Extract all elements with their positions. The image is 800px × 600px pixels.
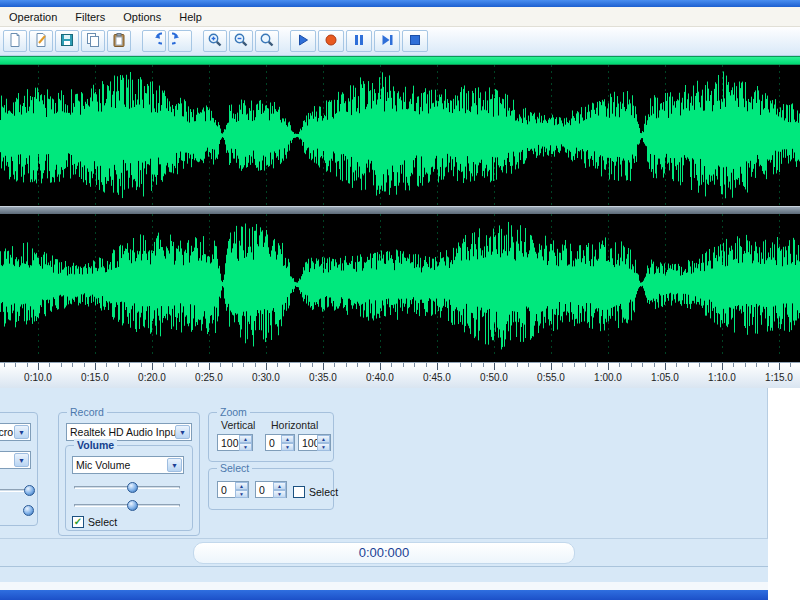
toolbar-separator (281, 30, 288, 52)
zoom-vertical-spinner[interactable]: 100 (217, 434, 253, 451)
record-button[interactable] (318, 30, 344, 52)
menu-options[interactable]: Options (122, 9, 162, 25)
playback-volume-slider[interactable] (0, 489, 27, 492)
playback-device-dropdown[interactable]: e Micro (0, 423, 31, 441)
paste-button[interactable] (107, 30, 131, 52)
ruler-tick (266, 363, 267, 370)
spin-down-button[interactable] (273, 490, 286, 498)
pause-button[interactable] (346, 30, 372, 52)
play-button[interactable] (290, 30, 316, 52)
record-volume-slider[interactable] (74, 486, 180, 489)
channel-divider (0, 206, 800, 214)
record-balance-slider[interactable] (74, 504, 180, 507)
ruler-tick (220, 363, 221, 367)
copy-button[interactable] (81, 30, 105, 52)
spin-down-button[interactable] (239, 443, 252, 451)
menu-filters[interactable]: Filters (74, 9, 106, 25)
window-footer-row (0, 582, 768, 590)
ruler-tick (95, 363, 96, 370)
spin-down-button[interactable] (281, 443, 294, 451)
ruler-tick (437, 363, 438, 370)
edit-page-icon (33, 32, 49, 51)
select-checkbox-row: Select (293, 482, 338, 500)
edit-button[interactable] (29, 30, 53, 52)
ruler-tick (790, 363, 791, 367)
waveform-left-channel[interactable] (0, 65, 800, 206)
window-bottom-border (0, 590, 768, 600)
slider-handle[interactable] (127, 482, 138, 493)
spin-up-button[interactable] (235, 482, 248, 490)
timeline-label: 1:10.0 (708, 372, 736, 383)
ruler-tick (779, 363, 780, 370)
ruler-tick (391, 363, 392, 367)
timeline-label: 0:40.0 (366, 372, 394, 383)
timeline-label: 0:55.0 (537, 372, 565, 383)
ruler-tick (540, 363, 541, 367)
ruler-tick (255, 363, 256, 367)
ruler-tick (505, 363, 506, 367)
play-to-end-button[interactable] (374, 30, 400, 52)
select-checkbox[interactable] (293, 486, 305, 498)
ruler-tick (38, 363, 39, 370)
ruler-tick (460, 363, 461, 367)
dropdown-arrow-icon[interactable] (14, 425, 29, 439)
ruler-tick (118, 363, 119, 367)
slider-handle[interactable] (127, 500, 138, 511)
dropdown-arrow-icon[interactable] (14, 453, 29, 467)
spin-up-button[interactable] (239, 435, 252, 443)
ruler-tick (175, 363, 176, 367)
zoom-group: Zoom Vertical Horizontal 100 0 100 (208, 412, 334, 462)
zoom-full-button[interactable] (255, 30, 279, 52)
slider-handle[interactable] (24, 485, 35, 496)
ruler-tick (163, 363, 164, 367)
record-select-checkbox[interactable] (72, 516, 84, 528)
spin-down-button[interactable] (317, 443, 330, 451)
stop-button[interactable] (402, 30, 428, 52)
position-overview-bar[interactable] (0, 56, 800, 65)
menu-help[interactable]: Help (178, 9, 203, 25)
status-strip-2 (0, 566, 768, 582)
ruler-tick (619, 363, 620, 367)
zoom-out-button[interactable] (229, 30, 253, 52)
menu-operation[interactable]: Operation (8, 9, 58, 25)
timeline-label: 1:00.0 (594, 372, 622, 383)
playback-source-dropdown[interactable] (0, 451, 31, 469)
ruler-tick (551, 363, 552, 370)
zoom-horizontal-spinner-2[interactable]: 100 (298, 434, 331, 451)
undo-button[interactable] (142, 30, 166, 52)
zoom-horizontal-spinner-1[interactable]: 0 (265, 434, 295, 451)
ruler-tick (654, 363, 655, 367)
timeline-ruler[interactable]: 0:10.00:15.00:20.00:25.00:30.00:35.00:40… (0, 362, 800, 388)
zoom-in-icon (207, 32, 223, 51)
waveform-bottom-strip (0, 355, 800, 362)
spin-up-button[interactable] (273, 482, 286, 490)
ruler-tick (141, 363, 142, 367)
select-end-spinner[interactable]: 0 (255, 481, 287, 498)
ruler-tick (494, 363, 495, 370)
save-button[interactable] (55, 30, 79, 52)
spin-up-button[interactable] (281, 435, 294, 443)
stop-icon (407, 32, 423, 51)
ruler-tick (483, 363, 484, 367)
select-start-spinner[interactable]: 0 (217, 481, 249, 498)
ruler-tick (334, 363, 335, 367)
volume-source-value: Mic Volume (76, 459, 130, 471)
slider-handle[interactable] (23, 505, 34, 516)
volume-source-dropdown[interactable]: Mic Volume (72, 456, 184, 474)
dropdown-arrow-icon[interactable] (175, 425, 190, 439)
ruler-tick (49, 363, 50, 367)
zoom-in-button[interactable] (203, 30, 227, 52)
waveform-right-channel[interactable] (0, 214, 800, 355)
ruler-tick (323, 363, 324, 370)
redo-icon (172, 32, 188, 51)
spin-down-button[interactable] (235, 490, 248, 498)
waveform-area: 0:10.00:15.00:20.00:25.00:30.00:35.00:40… (0, 65, 800, 388)
timeline-label: 1:15.0 (765, 372, 793, 383)
ruler-tick (312, 363, 313, 367)
redo-button[interactable] (168, 30, 192, 52)
timeline-label: 0:25.0 (195, 372, 223, 383)
new-button[interactable] (3, 30, 27, 52)
zoom-full-icon (259, 32, 275, 51)
dropdown-arrow-icon[interactable] (167, 458, 182, 472)
spin-up-button[interactable] (317, 435, 330, 443)
